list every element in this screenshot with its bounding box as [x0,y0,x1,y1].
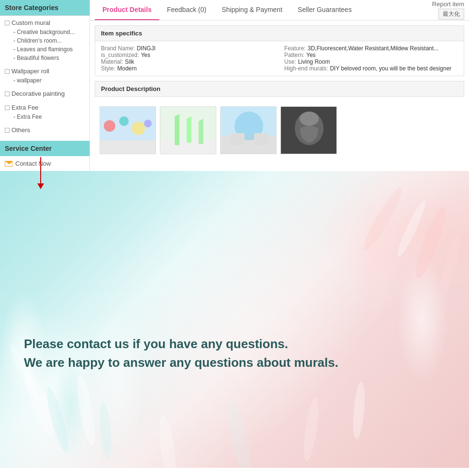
sidebar: Store Categories Custom muralCreative ba… [0,0,90,171]
category-sub-item[interactable]: Beautiful flowers [5,54,85,62]
product-images-list [95,102,464,158]
service-center-header: Service Center [0,141,89,156]
feather-text-line1: Please contact us if you have any questi… [24,335,338,353]
category-name: Decorative painting [11,90,65,97]
main-content: Product DetailsFeedback (0)Shipping & Pa… [90,0,469,171]
spec-label: High-end murals: [284,65,328,72]
product-thumbnail[interactable] [160,106,216,154]
category-expand-icon [5,69,10,74]
category-name: Extra Fee [11,104,38,111]
feather-text-line2: We are happy to answer any questions abo… [24,353,338,372]
product-description-title: Product Description [95,81,464,97]
arrow-annotation [37,157,44,189]
svg-point-28 [351,381,367,439]
tabs-bar: Product DetailsFeedback (0)Shipping & Pa… [90,0,469,21]
svg-point-4 [132,122,145,135]
svg-point-5 [144,120,152,127]
sidebar-category-item: Others [0,123,89,137]
svg-point-20 [98,400,113,458]
spec-row: Brand Name:DINGJI [101,45,275,52]
arrow-head [37,183,44,189]
category-main-label[interactable]: Wallpaper roll [5,66,85,76]
store-categories-label: Store Categories [5,4,58,11]
spec-label: Feature: [284,45,306,52]
spec-value: DIY beloved room, you will be the best d… [330,65,451,72]
product-thumbnail[interactable] [220,106,277,154]
item-specifics-title: Item specifics [95,26,464,41]
product-thumbnail[interactable] [100,106,156,154]
category-main-label[interactable]: Extra Fee [5,102,85,113]
category-sub-item[interactable]: wallpaper [5,76,85,85]
svg-rect-12 [254,133,268,145]
feather-background-section: Please contact us if you have any questi… [0,171,469,468]
svg-rect-1 [100,140,156,154]
spec-label: Style: [101,65,115,72]
category-main-label[interactable]: Others [5,125,85,135]
category-sub-item[interactable]: Leaves and flamingos [5,45,85,54]
tab-item[interactable]: Feedback (0) [159,0,214,20]
maximize-button[interactable]: 最大化 [438,9,464,20]
tab-item[interactable]: Seller Guarantees [290,0,359,20]
product-thumbnail[interactable] [280,106,337,154]
spec-label: Pattern: [284,52,304,58]
categories-list: Custom muralCreative background...Childr… [0,16,89,137]
category-sub-item[interactable]: Children's room... [5,36,85,45]
service-center-label: Service Center [5,145,52,152]
item-specifics-box: Item specifics Brand Name:DINGJIis_custo… [95,25,464,76]
spec-value: Silk [125,58,134,65]
spec-row: Pattern:Yes [284,52,458,58]
feather-decorative-svg [0,171,469,468]
main-layout: Store Categories Custom muralCreative ba… [0,0,469,171]
svg-point-24 [359,185,406,253]
spec-row: Material:Silk [101,58,275,65]
spec-label: Use: [284,58,296,65]
spec-label: is_customized: [101,52,139,58]
spec-value: Modern [117,65,137,72]
tab-item[interactable]: Product Details [95,0,159,20]
envelope-icon [5,161,12,167]
category-main-label[interactable]: Decorative painting [5,89,85,99]
specifics-grid: Brand Name:DINGJIis_customized:YesMateri… [95,41,464,76]
category-name: Wallpaper roll [11,68,49,75]
sidebar-category-item: Decorative painting [0,87,89,101]
report-item-area: Report item 最大化 [432,0,464,20]
svg-point-19 [74,374,99,447]
category-main-label[interactable]: Custom mural [5,18,85,28]
category-expand-icon [5,91,10,96]
spec-value: DINGJI [137,45,156,52]
svg-point-25 [156,414,179,468]
spec-value: Yes [306,52,316,58]
spec-value: 3D,Fluorescent,Water Resistant,Mildew Re… [308,45,439,52]
spec-label: Material: [101,58,123,65]
tab-item[interactable]: Shipping & Payment [214,0,290,20]
category-expand-icon [5,128,10,133]
category-expand-icon [5,105,10,110]
product-description-section: Product Description [95,81,464,164]
tabs-list: Product DetailsFeedback (0)Shipping & Pa… [95,0,359,20]
spec-row: is_customized:Yes [101,52,275,58]
spec-row: High-end murals:DIY beloved room, you wi… [284,65,458,72]
contact-now-label: Contact Now [15,160,51,167]
store-categories-header: Store Categories [0,0,89,16]
svg-point-15 [300,112,319,126]
contact-now-button[interactable]: Contact Now [0,156,89,171]
spec-row: Use:Living Room [284,58,458,65]
category-name: Others [11,126,30,134]
specs-right: Feature:3D,Fluorescent,Water Resistant,M… [284,45,458,72]
product-description-content [95,97,464,164]
specs-left: Brand Name:DINGJIis_customized:YesMateri… [101,45,275,72]
spec-row: Style:Modern [101,65,275,72]
spec-value: Living Room [298,58,330,65]
category-sub-item[interactable]: Creative background... [5,28,85,36]
svg-point-3 [119,116,129,126]
category-sub-item[interactable]: Extra Fee [5,113,85,121]
arrow-line [40,157,41,183]
feather-text-area: Please contact us if you have any questi… [24,335,338,372]
report-item-label[interactable]: Report item [432,0,464,8]
svg-point-22 [436,233,464,300]
svg-point-26 [223,398,256,468]
svg-point-2 [104,120,115,132]
category-name: Custom mural [11,19,50,26]
sidebar-category-item: Custom muralCreative background...Childr… [0,16,89,64]
sidebar-category-item: Extra FeeExtra Fee [0,101,89,123]
